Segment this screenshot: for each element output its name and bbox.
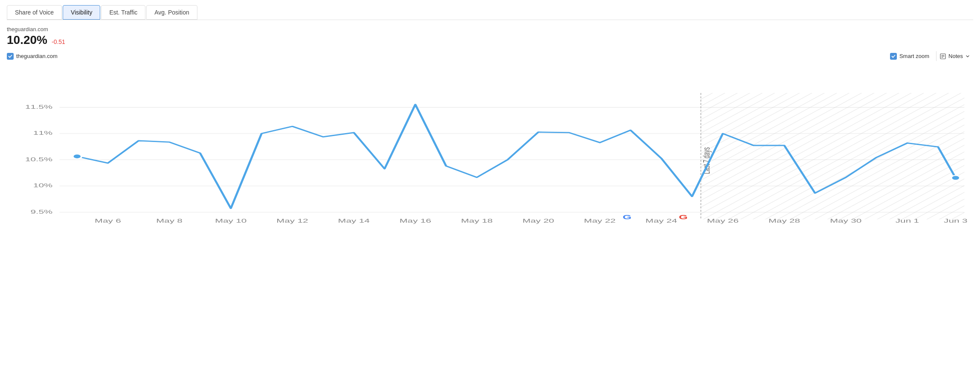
metric-delta: -0.51	[52, 38, 65, 45]
x-label-may16: May 16	[400, 218, 431, 224]
checkmark-icon	[8, 54, 12, 58]
notes-button[interactable]: Notes	[936, 51, 973, 61]
google-marker-2: G	[679, 214, 688, 221]
smart-zoom-control[interactable]: Smart zoom	[890, 53, 929, 60]
tab-bar: Share of Voice Visibility Est. Traffic A…	[7, 5, 973, 20]
main-container: Share of Voice Visibility Est. Traffic A…	[0, 0, 980, 232]
x-label-may8: May 8	[156, 218, 183, 224]
x-label-may28: May 28	[768, 218, 800, 224]
x-label-may6: May 6	[95, 218, 121, 224]
x-label-may14: May 14	[338, 218, 370, 224]
smart-zoom-label: Smart zoom	[899, 53, 929, 59]
x-label-may18: May 18	[461, 218, 493, 224]
end-dot	[951, 175, 960, 180]
google-marker-1: G	[623, 214, 632, 221]
chart-area: 11.5% 11% 10.5% 10% 9.5% Last 7 days G G…	[7, 64, 973, 226]
legend-label: theguardian.com	[16, 53, 58, 59]
metric-value: 10.20%	[7, 33, 47, 47]
tab-share-of-voice[interactable]: Share of Voice	[7, 5, 62, 20]
chevron-down-icon	[966, 54, 970, 58]
legend-item: theguardian.com	[7, 53, 58, 60]
last7-hatch	[701, 93, 964, 219]
controls-row: theguardian.com Smart zoom Notes	[7, 51, 973, 61]
x-label-may20: May 20	[522, 218, 554, 224]
y-label-11-5: 11.5%	[25, 104, 52, 110]
y-label-11: 11%	[33, 131, 52, 136]
chart-svg: 11.5% 11% 10.5% 10% 9.5% Last 7 days G G…	[7, 64, 973, 226]
notes-icon	[940, 53, 946, 59]
y-label-9-5: 9.5%	[30, 209, 52, 215]
x-label-jun3: Jun 3	[944, 218, 967, 224]
right-controls: Smart zoom Notes	[890, 51, 973, 61]
x-label-may24: May 24	[646, 218, 677, 224]
x-label-jun1: Jun 1	[896, 218, 919, 224]
tab-avg-position[interactable]: Avg. Position	[146, 5, 197, 20]
x-label-may30: May 30	[830, 218, 861, 224]
tab-visibility[interactable]: Visibility	[63, 5, 100, 20]
x-label-may10: May 10	[215, 218, 246, 224]
smart-zoom-checkmark-icon	[891, 54, 896, 58]
metric-header: theguardian.com 10.20% -0.51	[7, 26, 973, 47]
smart-zoom-checkbox[interactable]	[890, 53, 897, 60]
domain-label: theguardian.com	[7, 26, 973, 32]
x-label-may12: May 12	[276, 218, 308, 224]
x-label-may22: May 22	[584, 218, 615, 224]
notes-label: Notes	[948, 53, 963, 59]
y-label-10: 10%	[33, 183, 52, 189]
x-label-may26: May 26	[707, 218, 739, 224]
start-dot	[73, 154, 82, 159]
y-label-10-5: 10.5%	[25, 157, 52, 162]
tab-est-traffic[interactable]: Est. Traffic	[101, 5, 145, 20]
legend-checkbox[interactable]	[7, 53, 14, 60]
